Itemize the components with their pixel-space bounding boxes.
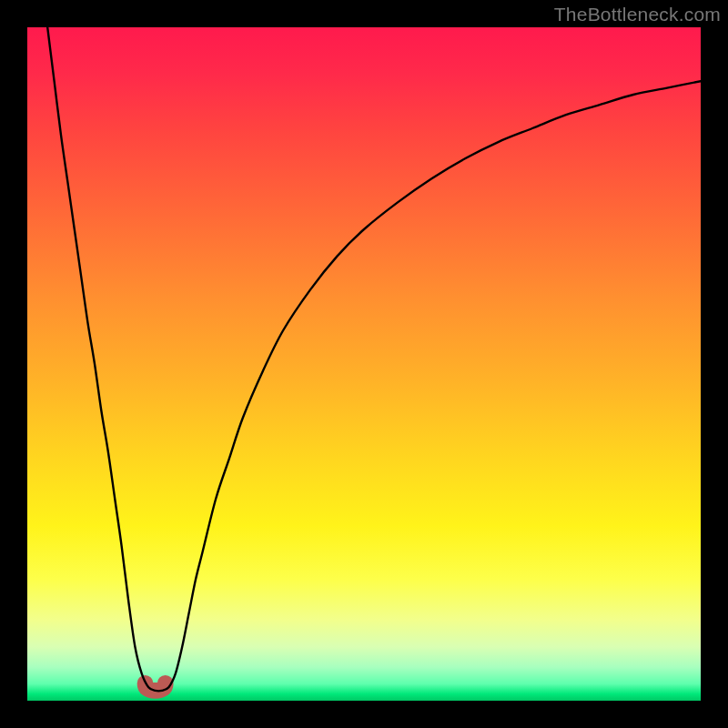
watermark-text: TheBottleneck.com	[554, 4, 721, 25]
bottleneck-curve	[47, 27, 701, 691]
plot-area	[27, 27, 701, 701]
chart-frame: TheBottleneck.com	[0, 0, 728, 728]
curve-layer	[27, 27, 701, 701]
